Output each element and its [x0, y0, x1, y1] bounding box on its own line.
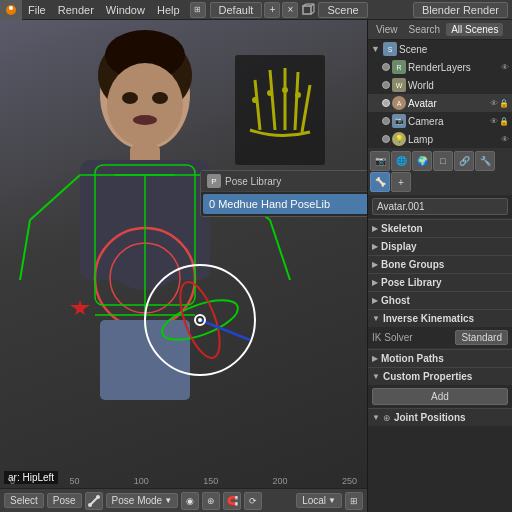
prop-icon-render[interactable]: 📷	[370, 151, 390, 171]
lamp-icons: 👁	[501, 135, 509, 144]
menu-help[interactable]: Help	[151, 0, 186, 20]
pose-popup[interactable]: P Pose Library 0 Medhue Hand PoseLib	[200, 170, 367, 217]
section-bone-groups[interactable]: ▶ Bone Groups	[368, 255, 512, 273]
engine-selector[interactable]: Blender Render	[413, 2, 508, 18]
pose-mode-dropdown[interactable]: Pose Mode ▼	[106, 493, 179, 508]
svg-line-34	[200, 320, 250, 340]
bone-groups-arrow: ▶	[372, 260, 378, 269]
tree-item-lamp[interactable]: 💡 Lamp 👁	[368, 130, 512, 148]
svg-point-11	[107, 63, 183, 147]
expand-icon-scene: ▼	[371, 44, 381, 54]
joint-positions-label: Joint Positions	[394, 412, 466, 423]
avatar-icons: 👁🔒	[490, 99, 509, 108]
display-arrow: ▶	[372, 242, 378, 251]
popup-title-text: Pose Library	[225, 176, 281, 187]
pose-lib-arrow: ▶	[372, 278, 378, 287]
prop-icon-constraints[interactable]: 🔗	[454, 151, 474, 171]
svg-point-48	[96, 495, 100, 499]
menu-render[interactable]: Render	[52, 0, 100, 20]
avatar-label: Avatar	[408, 98, 488, 109]
ik-content: IK Solver Standard	[368, 327, 512, 349]
shading-icon[interactable]: ◉	[181, 492, 199, 510]
svg-point-45	[283, 88, 287, 92]
prop-icon-object[interactable]: □	[433, 151, 453, 171]
tab-view[interactable]: View	[371, 23, 403, 36]
svg-point-47	[88, 503, 92, 507]
section-custom-props[interactable]: ▼ Custom Properties	[368, 367, 512, 385]
icon-plus[interactable]: +	[264, 2, 280, 18]
scene-label: Scene	[399, 44, 509, 55]
prop-icon-world[interactable]: 🌍	[412, 151, 432, 171]
avatar-icon: A	[392, 96, 406, 110]
bone-icon[interactable]	[85, 492, 103, 510]
svg-point-44	[268, 91, 272, 95]
pose-lib-icon: P	[207, 174, 221, 188]
icon-cube	[298, 2, 318, 18]
blender-logo[interactable]	[0, 0, 22, 20]
svg-point-1	[9, 6, 13, 10]
tree-item-world[interactable]: W World	[368, 76, 512, 94]
prop-icon-modifier[interactable]: 🔧	[475, 151, 495, 171]
section-pose-library[interactable]: ▶ Pose Library	[368, 273, 512, 291]
section-skeleton[interactable]: ▶ Skeleton	[368, 219, 512, 237]
transform-icon[interactable]: ⟳	[244, 492, 262, 510]
ik-solver-label: IK Solver	[372, 332, 452, 343]
svg-point-12	[122, 92, 138, 104]
section-display[interactable]: ▶ Display	[368, 237, 512, 255]
svg-marker-24	[70, 300, 90, 315]
ik-solver-dropdown[interactable]: Standard	[455, 330, 508, 345]
menu-window[interactable]: Window	[100, 0, 151, 20]
svg-point-13	[152, 92, 168, 104]
dot-avatar	[382, 99, 390, 107]
tab-search[interactable]: Search	[404, 23, 446, 36]
tree-item-renderlayers[interactable]: R RenderLayers 👁	[368, 58, 512, 76]
snap-icon[interactable]: 🧲	[223, 492, 241, 510]
scene-label[interactable]: Scene	[318, 2, 367, 18]
svg-point-43	[253, 98, 257, 102]
rotation-gizmo[interactable]	[130, 260, 270, 382]
viewport-bottom-bar: Select Pose Pose Mode ▼ ◉ ⊕ 🧲 ⟳ Local ▼ …	[0, 488, 367, 512]
tree-item-camera[interactable]: 📷 Camera 👁🔒	[368, 112, 512, 130]
svg-line-17	[30, 175, 80, 220]
prop-icon-scene[interactable]: 🌐	[391, 151, 411, 171]
renderlayers-vis: 👁	[501, 63, 509, 72]
section-ghost[interactable]: ▶ Ghost	[368, 291, 512, 309]
ghost-label: Ghost	[381, 295, 410, 306]
menu-file[interactable]: File	[22, 0, 52, 20]
section-motion-paths[interactable]: ▶ Motion Paths	[368, 349, 512, 367]
numpad-icon[interactable]: ⊞	[345, 492, 363, 510]
world-label: World	[408, 80, 509, 91]
popup-list: 0 Medhue Hand PoseLib	[201, 192, 367, 216]
svg-line-19	[20, 220, 30, 280]
display-label: Display	[381, 241, 417, 252]
svg-point-14	[133, 115, 157, 125]
plus-button[interactable]: +	[391, 172, 411, 192]
motion-paths-label: Motion Paths	[381, 353, 444, 364]
layout-badge[interactable]: Default	[210, 2, 263, 18]
renderlayers-label: RenderLayers	[408, 62, 499, 73]
skeleton-arrow: ▶	[372, 224, 378, 233]
section-joint-positions[interactable]: ▼ ⊕ Joint Positions	[368, 408, 512, 426]
viewport-3d[interactable]: P Pose Library 0 Medhue Hand PoseLib	[0, 20, 367, 512]
tree-item-avatar[interactable]: A Avatar 👁🔒	[368, 94, 512, 112]
camera-icons: 👁🔒	[490, 117, 509, 126]
icon-minus[interactable]: ×	[282, 2, 298, 18]
lamp-label: Lamp	[408, 134, 499, 145]
icon-controls: ⊞	[186, 2, 210, 18]
tab-all-scenes[interactable]: All Scenes	[446, 23, 503, 36]
pose-lib-label: Pose Library	[381, 277, 442, 288]
pose-button[interactable]: Pose	[47, 493, 82, 508]
local-button[interactable]: Local ▼	[296, 493, 342, 508]
dot-world	[382, 81, 390, 89]
select-button[interactable]: Select	[4, 493, 44, 508]
section-ik[interactable]: ▼ Inverse Kinematics	[368, 309, 512, 327]
pose-item-0[interactable]: 0 Medhue Hand PoseLib	[203, 194, 367, 214]
joint-positions-arrow: ▼	[372, 413, 380, 422]
svg-rect-37	[235, 55, 325, 165]
avatar-name-field[interactable]: Avatar.001	[368, 195, 512, 219]
tree-item-scene[interactable]: ▼ S Scene	[368, 40, 512, 58]
pivot-icon[interactable]: ⊕	[202, 492, 220, 510]
prop-icon-active[interactable]: 🦴	[370, 172, 390, 192]
custom-props-add-button[interactable]: Add	[372, 388, 508, 405]
renderlayers-icon: R	[392, 60, 406, 74]
